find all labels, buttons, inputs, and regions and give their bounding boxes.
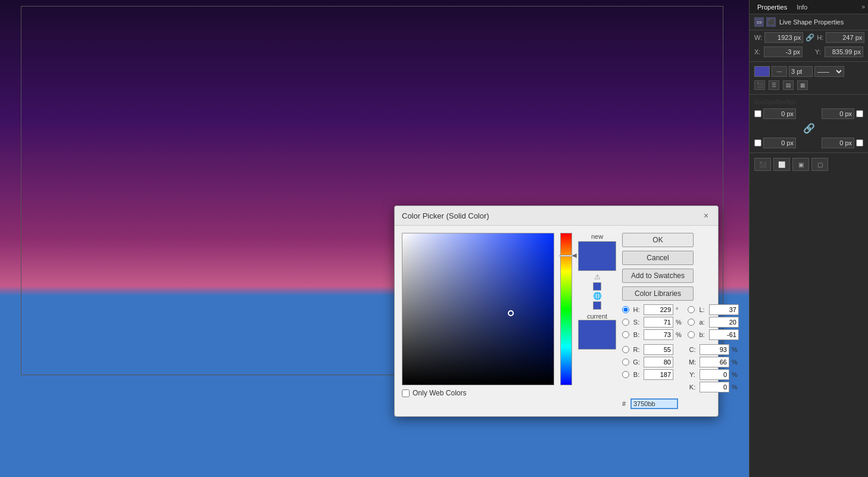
k-label: K: <box>688 384 697 391</box>
k-input[interactable] <box>700 382 729 392</box>
web-colors-checkbox[interactable] <box>402 389 410 397</box>
action-buttons-row: ⬛ ⬜ ▣ ▢ <box>750 155 868 173</box>
height-input[interactable] <box>826 32 864 43</box>
a-input[interactable] <box>709 317 739 328</box>
c-input[interactable] <box>700 344 729 355</box>
fill-swatch[interactable] <box>754 66 770 77</box>
border-radius-text-row: 0px0px0px0px <box>750 97 868 107</box>
b-rgb-label: B: <box>632 371 641 378</box>
x-input[interactable] <box>764 46 803 57</box>
corner-tr-input[interactable] <box>822 108 854 119</box>
stroke-style-select[interactable]: —— <box>814 66 844 77</box>
s-radio[interactable] <box>622 319 629 326</box>
dialog-close-btn[interactable]: × <box>701 211 711 220</box>
k-unit: % <box>732 384 739 391</box>
stroke-size-input[interactable] <box>789 66 813 77</box>
s-unit: % <box>676 319 683 326</box>
tab-info[interactable]: Info <box>792 0 812 14</box>
align-tl-btn[interactable]: ⬛ <box>754 158 771 171</box>
align-row: ⬛ ☰ ▤ ▦ <box>750 79 868 92</box>
r-input[interactable] <box>644 344 673 355</box>
y-input[interactable] <box>700 369 729 380</box>
a-label: a: <box>697 319 707 326</box>
panel-title-text: Live Shape Properties <box>779 18 844 26</box>
x-label: X: <box>754 48 761 55</box>
new-color-swatch[interactable] <box>578 241 616 271</box>
panel-expand-arrow[interactable]: » <box>861 4 865 10</box>
r-radio[interactable] <box>622 346 629 353</box>
b-lab-label: b: <box>697 331 707 338</box>
b-input[interactable] <box>644 329 673 340</box>
corner-bl-input[interactable] <box>763 138 796 148</box>
l-input[interactable] <box>709 304 739 315</box>
web-colors-row: Only Web Colors <box>402 389 554 397</box>
b-label: B: <box>632 331 641 338</box>
align-center-icon[interactable]: ☰ <box>769 80 779 90</box>
g-label: G: <box>632 358 641 366</box>
corner-br-checkbox[interactable] <box>856 139 863 146</box>
current-color-swatch[interactable] <box>578 320 616 350</box>
b-lab-input[interactable] <box>709 329 739 340</box>
m-unit: % <box>732 358 739 366</box>
width-label: W: <box>754 34 762 41</box>
add-to-swatches-button[interactable]: Add to Swatches <box>622 269 694 283</box>
hex-input[interactable] <box>630 398 678 409</box>
corner-link-icon[interactable]: 🔗 <box>803 123 815 134</box>
corner-tl-checkbox[interactable] <box>754 110 761 117</box>
h-label: H: <box>632 306 641 313</box>
cancel-button[interactable]: Cancel <box>622 251 694 265</box>
b-rgb-radio[interactable] <box>622 371 629 378</box>
b-rgb-input[interactable] <box>644 369 673 380</box>
l-radio[interactable] <box>688 306 695 313</box>
y-unit: % <box>732 371 739 378</box>
a-row: a: <box>688 317 739 328</box>
align-bl-btn[interactable]: ▢ <box>811 158 828 171</box>
gradient-picker-canvas[interactable] <box>402 233 554 385</box>
y-row: Y: % <box>688 369 739 380</box>
web-safe-swatch <box>593 282 601 291</box>
align-tc-btn[interactable]: ⬜ <box>773 158 790 171</box>
corner-bl-row <box>750 136 868 150</box>
h-radio[interactable] <box>622 306 629 313</box>
hue-slider-container: ◀ <box>560 233 572 409</box>
stroke-swatch[interactable]: — <box>772 66 787 77</box>
lab-cmyk-col: L: a: b: <box>688 304 739 392</box>
g-input[interactable] <box>644 357 673 367</box>
width-input[interactable] <box>764 32 803 43</box>
hex-label: # <box>622 400 628 407</box>
align-tr-btn[interactable]: ▣ <box>792 158 809 171</box>
corner-bl-checkbox[interactable] <box>754 139 761 146</box>
color-libraries-button[interactable]: Color Libraries <box>622 286 694 301</box>
b-lab-row: b: <box>688 329 739 340</box>
h-row: H: ° <box>622 304 683 315</box>
distribute-icon[interactable]: ▦ <box>797 80 808 90</box>
panel-tabs: Properties Info » <box>750 0 868 14</box>
link-wh-icon[interactable]: 🔗 <box>805 33 814 42</box>
g-radio[interactable] <box>622 358 629 366</box>
m-input[interactable] <box>700 357 729 367</box>
b-lab-radio[interactable] <box>688 331 695 338</box>
r-row: R: <box>622 344 683 355</box>
b-row: B: % <box>622 329 683 340</box>
gamut-icon: 🌐 <box>593 292 602 300</box>
align-left-icon[interactable]: ⬛ <box>754 80 765 90</box>
corner-br-input[interactable] <box>822 138 854 148</box>
tab-properties[interactable]: Properties <box>753 0 792 14</box>
m-row: M: % <box>688 357 739 367</box>
s-input[interactable] <box>644 317 673 328</box>
hue-slider[interactable] <box>560 233 572 385</box>
panel-xy-row: X: Y: <box>750 45 868 59</box>
c-row: C: % <box>688 344 739 355</box>
corner-tl-input[interactable] <box>763 108 796 119</box>
b-radio[interactable] <box>622 331 629 338</box>
fill-stroke-row: — —— <box>750 64 868 79</box>
y-input[interactable] <box>825 46 863 57</box>
g-row: G: <box>622 357 683 367</box>
align-right-icon[interactable]: ▤ <box>783 80 794 90</box>
ok-button[interactable]: OK <box>622 233 694 247</box>
a-radio[interactable] <box>688 319 695 326</box>
dialog-title: Color Picker (Solid Color) <box>402 211 489 220</box>
s-row: S: % <box>622 317 683 328</box>
corner-tr-checkbox[interactable] <box>856 110 863 117</box>
h-input[interactable] <box>644 304 673 315</box>
